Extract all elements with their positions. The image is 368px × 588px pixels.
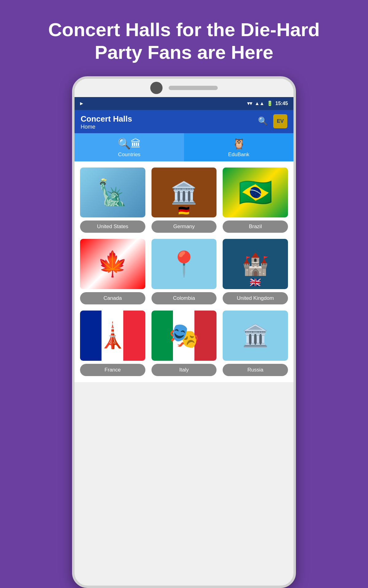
- tab-countries-label: Countries: [118, 152, 140, 158]
- battery-icon: 🔋: [267, 100, 273, 106]
- country-card-russia[interactable]: Russia: [223, 311, 288, 376]
- app-title: Concert Halls: [81, 114, 132, 124]
- country-img-colombia: [151, 239, 217, 289]
- countries-icon: 🔍🏛: [118, 138, 141, 150]
- app-bar-title-group: Concert Halls Home: [81, 114, 132, 130]
- status-right: ▾▾ ▲▲ 🔋 15:45: [247, 100, 288, 106]
- country-card-uk[interactable]: United Kingdom: [223, 239, 288, 304]
- country-img-italy: [151, 311, 217, 361]
- app-subtitle: Home: [81, 124, 132, 130]
- search-icon[interactable]: 🔍: [258, 116, 268, 126]
- phone-speaker: [169, 86, 218, 90]
- country-card-germany[interactable]: Germany: [151, 168, 217, 233]
- country-card-france[interactable]: France: [80, 311, 145, 376]
- country-label-colombia: Colombia: [151, 292, 217, 304]
- country-label-russia: Russia: [223, 364, 288, 376]
- status-bar: ▶ ▾▾ ▲▲ 🔋 15:45: [75, 97, 293, 110]
- app-bar-actions: 🔍 EV: [258, 114, 287, 128]
- phone-top-bar: [75, 79, 293, 97]
- country-label-italy: Italy: [151, 364, 217, 376]
- notification-icon: ▶: [80, 101, 83, 106]
- time-display: 15:45: [275, 101, 288, 106]
- country-img-uk: [223, 239, 288, 289]
- country-img-canada: [80, 239, 145, 289]
- country-label-usa: United States: [80, 221, 145, 233]
- tab-bar: 🔍🏛 Countries 🦉 EduBank: [75, 133, 293, 161]
- country-img-france: [80, 311, 145, 361]
- phone-camera: [150, 82, 163, 94]
- ev-badge[interactable]: EV: [273, 114, 287, 128]
- country-label-germany: Germany: [151, 221, 217, 233]
- phone-screen: ▶ ▾▾ ▲▲ 🔋 15:45 Concert Halls Home 🔍 EV: [75, 97, 293, 382]
- country-card-italy[interactable]: Italy: [151, 311, 217, 376]
- hero-title: Concert Halls for the Die-Hard Party Fan…: [0, 0, 368, 76]
- tab-countries[interactable]: 🔍🏛 Countries: [75, 133, 184, 161]
- country-label-uk: United Kingdom: [223, 292, 288, 304]
- country-card-brazil[interactable]: Brazil: [223, 168, 288, 233]
- app-bar: Concert Halls Home 🔍 EV: [75, 110, 293, 133]
- countries-grid: United States Germany Brazil Canada Colo…: [75, 161, 293, 382]
- wifi-icon: ▾▾: [247, 100, 252, 106]
- signal-icon: ▲▲: [255, 101, 264, 106]
- edubank-icon: 🦉: [232, 138, 245, 150]
- country-label-brazil: Brazil: [223, 221, 288, 233]
- tab-edubank-label: EduBank: [228, 152, 249, 158]
- country-label-canada: Canada: [80, 292, 145, 304]
- country-img-russia: [223, 311, 288, 361]
- country-card-colombia[interactable]: Colombia: [151, 239, 217, 304]
- country-card-canada[interactable]: Canada: [80, 239, 145, 304]
- tab-edubank[interactable]: 🦉 EduBank: [184, 133, 293, 161]
- phone-frame: ▶ ▾▾ ▲▲ 🔋 15:45 Concert Halls Home 🔍 EV: [72, 76, 296, 588]
- country-card-usa[interactable]: United States: [80, 168, 145, 233]
- country-img-usa: [80, 168, 145, 218]
- country-img-germany: [151, 168, 217, 218]
- status-left: ▶: [80, 101, 83, 106]
- country-img-brazil: [223, 168, 288, 218]
- country-label-france: France: [80, 364, 145, 376]
